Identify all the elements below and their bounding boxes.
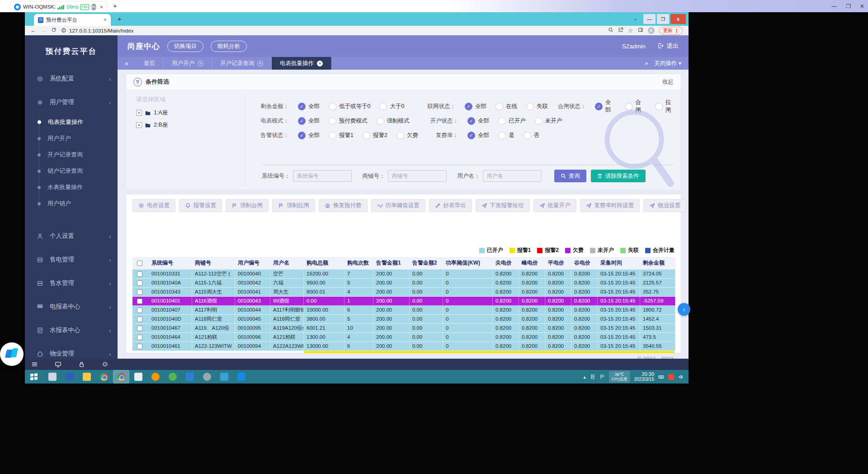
radio-option[interactable]: 低于或等于0 bbox=[329, 103, 370, 110]
radio-icon[interactable] bbox=[498, 117, 506, 125]
row-checkbox[interactable] bbox=[137, 299, 142, 304]
todesk-icon[interactable] bbox=[234, 370, 249, 383]
radio-option[interactable]: 是 bbox=[498, 132, 514, 139]
chrome-icon[interactable] bbox=[113, 370, 129, 383]
radio-option[interactable]: 否 bbox=[524, 132, 540, 139]
row-checkbox[interactable] bbox=[137, 271, 142, 277]
row-checkbox[interactable] bbox=[137, 344, 142, 349]
sidebar-group[interactable]: 售电管理‹ bbox=[25, 248, 118, 271]
radio-option[interactable]: 合闸 bbox=[625, 99, 646, 114]
browser-tab[interactable]: 预付费云平台 × bbox=[34, 14, 111, 26]
monitor-icon[interactable] bbox=[55, 361, 61, 368]
field-input[interactable] bbox=[483, 170, 542, 182]
table-row[interactable]: 0010010401A116酒馆0010004399酒馆0.001200.000… bbox=[132, 297, 675, 306]
toolbar-button[interactable]: 物业设置 bbox=[643, 199, 686, 212]
todesk-maximize-button[interactable]: ❐ bbox=[846, 3, 851, 9]
expand-icon[interactable]: + bbox=[136, 110, 142, 116]
radio-icon[interactable] bbox=[329, 117, 336, 125]
tree-node[interactable]: +2:B座 bbox=[136, 121, 245, 129]
row-checkbox[interactable] bbox=[137, 308, 142, 313]
radio-option[interactable]: 大于0 bbox=[379, 103, 404, 110]
radio-option[interactable]: ✓全部 bbox=[465, 103, 486, 110]
todesk-session-tab[interactable]: WIN-OQMSK21... 16ms HD RU × bbox=[10, 1, 107, 12]
tree-node[interactable]: +1:A座 bbox=[136, 109, 245, 117]
todesk-side-handle[interactable]: ‹ bbox=[678, 303, 690, 316]
zoom-icon[interactable] bbox=[608, 27, 613, 34]
select-all-checkbox[interactable] bbox=[137, 261, 142, 266]
radio-option[interactable]: ✓全部 bbox=[298, 117, 320, 125]
toolbar-button[interactable]: 报警设置 bbox=[179, 199, 222, 212]
close-session-icon[interactable]: × bbox=[99, 4, 103, 10]
site-info-icon[interactable] bbox=[61, 28, 66, 34]
tab-close-icon[interactable]: × bbox=[104, 17, 107, 23]
tab-close-icon[interactable]: ✕ bbox=[257, 61, 263, 66]
sidebar-item[interactable]: 水表批量操作 bbox=[25, 179, 118, 195]
forward-icon[interactable]: → bbox=[41, 27, 47, 34]
radio-icon[interactable] bbox=[329, 103, 336, 110]
sidebar-item[interactable]: 用户开户 bbox=[25, 130, 118, 147]
update-button[interactable]: 更新⋮ bbox=[659, 27, 684, 35]
toolbar-button[interactable]: 功率阈值设置 bbox=[371, 199, 425, 212]
toolbar-button[interactable]: 复费率时段设置 bbox=[580, 199, 640, 212]
radio-icon[interactable]: ✓ bbox=[595, 103, 602, 110]
browser-close-button[interactable]: x bbox=[670, 14, 686, 24]
radio-option[interactable]: ✓全部 bbox=[467, 117, 489, 125]
ie-icon[interactable] bbox=[182, 370, 198, 383]
radio-icon[interactable] bbox=[535, 117, 542, 125]
search-button[interactable]: 查询 bbox=[554, 170, 586, 182]
sidebar-group[interactable]: 系统配置‹ bbox=[25, 67, 118, 90]
tabs-scroll-right-icon[interactable]: » bbox=[645, 60, 648, 66]
clear-search-button[interactable]: 清除搜索条件 bbox=[591, 170, 646, 182]
row-checkbox[interactable] bbox=[137, 326, 142, 331]
row-checkbox[interactable] bbox=[137, 317, 142, 322]
toolbar-button[interactable]: 强制拉闸 bbox=[272, 199, 315, 212]
sidebar-group[interactable]: 用户管理‹ bbox=[25, 90, 118, 114]
table-row[interactable]: 0010010467A119、A120佰00100095A119A120佰佳60… bbox=[132, 324, 675, 333]
reload-icon[interactable] bbox=[51, 27, 57, 34]
radio-icon[interactable]: ✓ bbox=[298, 117, 306, 125]
radio-icon[interactable] bbox=[377, 117, 384, 125]
radio-option[interactable]: ✓全部 bbox=[595, 99, 616, 114]
toolbar-button[interactable]: 恢复预付费 bbox=[319, 199, 368, 212]
radio-icon[interactable] bbox=[379, 103, 387, 110]
todesk-floating-ball[interactable] bbox=[0, 342, 24, 366]
toolbar-button[interactable]: 电价设置 bbox=[132, 199, 175, 212]
sidebar-item[interactable]: 电表批量操作 bbox=[25, 114, 118, 130]
collapse-button[interactable]: 收起 bbox=[662, 78, 674, 86]
browser-minimize-button[interactable]: — bbox=[643, 14, 656, 24]
radio-option[interactable]: 在线 bbox=[495, 103, 517, 110]
radio-icon[interactable] bbox=[498, 132, 506, 139]
radio-icon[interactable] bbox=[495, 103, 503, 110]
back-icon[interactable]: ← bbox=[30, 27, 36, 34]
tray-flag-icon[interactable] bbox=[599, 374, 605, 379]
firefox-icon[interactable] bbox=[148, 370, 163, 383]
toolbar-button[interactable]: 批量开户 bbox=[533, 199, 576, 212]
address-bar[interactable]: 127.0.0.1:10315/Main/Index bbox=[61, 28, 604, 34]
tray-page-icon[interactable] bbox=[590, 374, 595, 379]
menu-icon[interactable] bbox=[31, 361, 38, 368]
sidebar-item[interactable]: 用户销户 bbox=[25, 195, 118, 212]
table-row[interactable]: 0010010343A115周大生00100041周大生8000.014200.… bbox=[132, 288, 675, 297]
gear-icon[interactable] bbox=[199, 370, 215, 383]
tray-input-method-icon[interactable] bbox=[668, 374, 674, 380]
chrome-icon[interactable] bbox=[96, 370, 112, 383]
record-badge[interactable]: RU bbox=[91, 4, 97, 10]
radio-icon[interactable] bbox=[625, 103, 632, 110]
lock-icon[interactable] bbox=[78, 361, 85, 368]
logout-button[interactable]: 退出 bbox=[657, 42, 679, 50]
page-tab[interactable]: 开户记录查询✕ bbox=[212, 57, 272, 70]
sidebar-group[interactable]: 售水管理‹ bbox=[25, 271, 118, 295]
radio-icon[interactable]: ✓ bbox=[298, 103, 306, 110]
table-row[interactable]: 0010010461A122-123WITW00100094A122A123WI… bbox=[132, 342, 675, 351]
table-row[interactable]: 0010010407A117利明00100044A117利明眼镜10000.00… bbox=[132, 306, 675, 315]
table-row[interactable]: 001001040DA118同仁堂00100045A118同仁堂3800.005… bbox=[132, 315, 675, 324]
profile-avatar[interactable] bbox=[648, 27, 655, 34]
table-row[interactable]: 0010010464A121柏联00100096A121柏联1300.00420… bbox=[132, 333, 675, 342]
radio-option[interactable]: 报警1 bbox=[329, 132, 354, 139]
share-icon[interactable] bbox=[618, 27, 623, 34]
cpu-temp-widget[interactable]: 39℃ CPU温度 bbox=[609, 371, 630, 383]
tabs-scroll-left-icon[interactable]: « bbox=[118, 57, 136, 70]
switch-project-button[interactable]: 切换项目 bbox=[167, 41, 203, 52]
radio-option[interactable]: ✓全部 bbox=[298, 132, 320, 139]
todesk-minimize-button[interactable]: — bbox=[831, 3, 837, 9]
